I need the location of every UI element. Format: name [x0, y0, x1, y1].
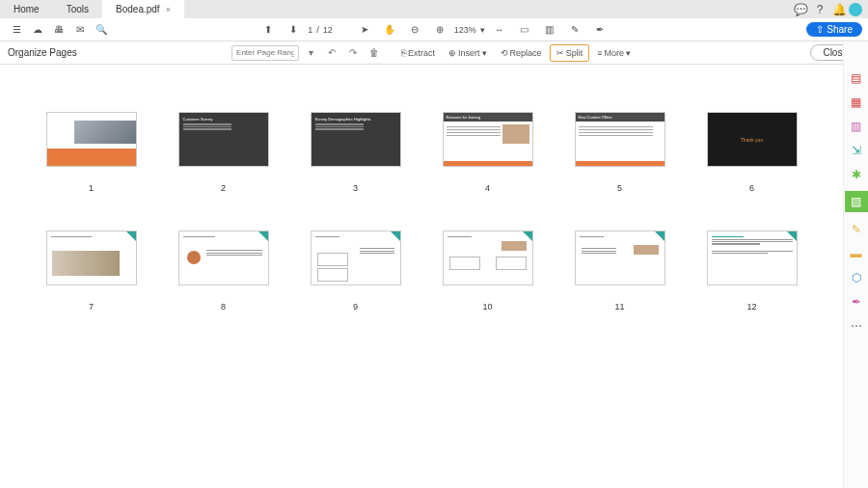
fit-page-icon[interactable]: ▭ — [514, 19, 535, 41]
page-title: Organize Pages — [8, 47, 77, 58]
tool-comment-icon[interactable]: ✱ — [849, 167, 863, 181]
page-thumb[interactable] — [444, 231, 532, 285]
cloud-icon[interactable]: ☁ — [27, 19, 48, 41]
more-button[interactable]: ≡More▾ — [591, 44, 637, 62]
chevron-down-icon: ▾ — [482, 48, 487, 58]
zoom-level: 123% — [454, 25, 476, 35]
split-icon: ✂ — [556, 48, 564, 58]
page-current: 1 — [308, 25, 312, 35]
page-down-icon[interactable]: ⬇ — [283, 19, 304, 41]
chevron-down-icon: ▾ — [626, 48, 631, 58]
insert-button[interactable]: ⊕Insert▾ — [443, 44, 493, 62]
page-thumb[interactable] — [312, 231, 400, 285]
rotate-right-icon[interactable]: ↷ — [343, 43, 363, 63]
page-total: 12 — [323, 25, 333, 35]
page-thumb[interactable]: Survey Demographics Highlights — [312, 113, 400, 166]
share-icon: ⇧ — [816, 24, 824, 35]
page-up-icon[interactable]: ⬆ — [258, 19, 279, 41]
share-label: Share — [827, 24, 853, 35]
delete-icon[interactable]: 🗑 — [365, 43, 384, 63]
bell-icon[interactable]: 🔔 — [829, 3, 849, 16]
sidebar-toggle-icon[interactable]: ☰ — [6, 19, 27, 41]
tool-sign-icon[interactable]: ✒ — [849, 294, 863, 309]
hand-icon[interactable]: ✋ — [379, 19, 400, 41]
page-thumb[interactable]: Customer Survey — [179, 113, 268, 166]
page-thumb[interactable]: New Content Offers — [576, 113, 665, 166]
tool-protect-icon[interactable]: ⬡ — [849, 270, 863, 285]
page-number: 5 — [617, 183, 622, 193]
page-number: 12 — [746, 302, 756, 312]
zoom-out-icon[interactable]: ⊖ — [404, 19, 425, 41]
tool-combine-icon[interactable]: ▦ — [849, 95, 863, 109]
tool-export-icon[interactable]: ⇲ — [849, 143, 863, 157]
page-range-input[interactable] — [231, 45, 299, 61]
page-number: 11 — [614, 302, 624, 312]
extract-icon: ⎘ — [401, 48, 406, 58]
chat-icon[interactable]: 💬 — [791, 3, 810, 16]
page-number: 6 — [749, 183, 754, 193]
page-number: 7 — [89, 302, 94, 312]
tab-file[interactable]: Bodea.pdf × — [102, 0, 184, 18]
tool-organize-icon[interactable]: ▨ — [845, 191, 868, 212]
page-thumb[interactable] — [47, 113, 136, 166]
tab-tools[interactable]: Tools — [53, 0, 102, 18]
insert-icon: ⊕ — [448, 48, 456, 58]
help-icon[interactable]: ? — [810, 3, 829, 16]
close-tab-icon[interactable]: × — [166, 5, 171, 14]
read-mode-icon[interactable]: ▥ — [539, 19, 560, 41]
page-thumb[interactable]: Reasons for Joining — [444, 113, 532, 166]
tab-home[interactable]: Home — [0, 0, 53, 18]
print-icon[interactable]: 🖶 — [48, 19, 69, 41]
annotate-icon[interactable]: ✎ — [564, 19, 585, 41]
file-name: Bodea.pdf — [116, 4, 160, 14]
page-number: 8 — [221, 302, 226, 312]
page-number: 3 — [353, 183, 358, 193]
search-icon[interactable]: 🔍 — [91, 19, 112, 41]
range-dropdown-icon[interactable]: ▾ — [301, 43, 320, 63]
page-thumb[interactable] — [47, 231, 136, 285]
share-button[interactable]: ⇧ Share — [806, 22, 862, 37]
zoom-in-icon[interactable]: ⊕ — [429, 19, 450, 41]
page-thumb[interactable]: Thank you — [708, 113, 797, 166]
tool-edit-icon[interactable]: ▥ — [849, 119, 863, 133]
extract-button[interactable]: ⎘Extract — [395, 44, 441, 62]
tool-redact-icon[interactable]: ▬ — [849, 246, 863, 260]
replace-button[interactable]: ⟲Replace — [495, 44, 548, 62]
page-number: 9 — [353, 302, 358, 312]
page-sep: / — [316, 25, 319, 35]
page-number: 1 — [89, 183, 94, 193]
tool-fill-icon[interactable]: ✎ — [849, 222, 863, 236]
avatar[interactable] — [849, 3, 868, 16]
tool-more-icon[interactable]: ⋯ — [849, 318, 863, 333]
replace-icon: ⟲ — [501, 48, 508, 58]
page-number: 10 — [482, 302, 492, 312]
pointer-icon[interactable]: ➤ — [354, 19, 375, 41]
rotate-left-icon[interactable]: ↶ — [322, 43, 341, 63]
zoom-dropdown-icon[interactable]: ▾ — [480, 25, 485, 35]
right-rail: ▤ ▦ ▥ ⇲ ✱ ▨ ✎ ▬ ⬡ ✒ ⋯ — [843, 41, 868, 488]
page-thumb[interactable] — [708, 231, 797, 285]
tool-create-icon[interactable]: ▤ — [849, 70, 863, 85]
email-icon[interactable]: ✉ — [69, 19, 91, 41]
page-number: 2 — [221, 183, 226, 193]
split-button[interactable]: ✂Split — [550, 44, 590, 62]
sign-icon[interactable]: ✒ — [589, 19, 610, 41]
page-thumb[interactable] — [179, 231, 268, 285]
fit-width-icon[interactable]: ↔ — [489, 19, 510, 41]
page-number: 4 — [485, 183, 490, 193]
page-thumb[interactable] — [576, 231, 665, 285]
more-icon: ≡ — [597, 48, 602, 58]
page-grid: 1 Customer Survey2 Survey Demographics H… — [0, 65, 843, 488]
